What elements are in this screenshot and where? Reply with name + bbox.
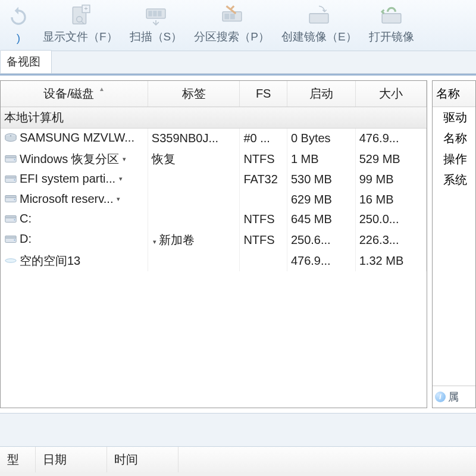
ribbon-btn-open-image[interactable]: 打开镜像	[363, 2, 420, 48]
sort-indicator-icon: ▲	[99, 86, 105, 92]
device-name-text: Microsoft reserv...	[20, 192, 113, 206]
cell-start: 530 MB	[287, 170, 355, 190]
device-name-text: D:	[20, 232, 32, 246]
property-row[interactable]: 名称	[433, 128, 475, 149]
ribbon-label: )	[17, 32, 20, 45]
ribbon-btn-partition-search[interactable]: 分区搜索（P）	[188, 2, 275, 48]
ribbon-btn-show-files[interactable]: + 显示文件（F）	[37, 2, 124, 48]
table-row[interactable]: Windows 恢复分区▾恢复NTFS1 MB529 MB	[1, 149, 427, 170]
cell-size: 250.0...	[355, 209, 426, 230]
cell-fs: #0 ...	[240, 129, 287, 149]
table-header-row: 设备/磁盘 ▲ 标签 FS 启动 大小	[1, 81, 427, 107]
svg-rect-19	[5, 176, 16, 178]
cell-device: D:	[1, 230, 148, 250]
cell-start: 476.9...	[287, 250, 355, 272]
volume-icon	[4, 234, 17, 245]
table-row[interactable]: D:▾新加卷NTFS250.6...226.3...	[1, 230, 427, 250]
svg-point-29	[14, 239, 15, 240]
volume-icon	[4, 174, 17, 184]
tab-label: 备视图	[7, 55, 40, 68]
bottom-col-type[interactable]: 型	[0, 447, 36, 472]
cell-fs: NTFS	[240, 209, 287, 230]
cell-device: Microsoft reserv...▾	[1, 190, 148, 210]
svg-rect-12	[382, 14, 401, 23]
cell-label	[148, 209, 240, 230]
disk-icon	[4, 133, 17, 143]
col-header-device[interactable]: 设备/磁盘 ▲	[1, 81, 148, 107]
ribbon-btn-create-image[interactable]: 创建镜像（E）	[275, 2, 363, 48]
ribbon-btn-scan[interactable]: 扫描（S）	[124, 2, 189, 48]
bottom-col-time[interactable]: 时间	[107, 447, 178, 472]
refresh-icon	[6, 5, 31, 29]
svg-text:+: +	[84, 5, 87, 12]
dropdown-arrow-icon[interactable]: ▾	[153, 238, 156, 245]
svg-point-14	[10, 135, 11, 136]
property-row[interactable]: 驱动	[433, 107, 475, 128]
show-files-icon: +	[68, 4, 93, 27]
device-name-text: C:	[20, 212, 32, 226]
dropdown-arrow-icon[interactable]: ▾	[119, 175, 123, 183]
cell-device: 空的空间13	[1, 250, 148, 272]
svg-rect-6	[153, 11, 156, 17]
cell-fs: NTFS	[240, 149, 287, 170]
properties-header[interactable]: 名称	[433, 81, 475, 107]
label-text: S359NB0J...	[152, 131, 218, 145]
ribbon-label: 显示文件（F）	[43, 29, 118, 45]
cell-fs: FAT32	[240, 170, 287, 190]
cell-size: 99 MB	[355, 170, 426, 190]
ribbon-toolbar: ) + 显示文件（F） 扫描（S） 分区搜索（P） 创建镜像（E） 打开镜像	[0, 0, 476, 51]
cell-fs	[240, 190, 287, 210]
ribbon-label: 扫描（S）	[130, 29, 183, 45]
svg-point-26	[14, 219, 15, 220]
cell-label	[148, 250, 240, 272]
dropdown-arrow-icon[interactable]: ▾	[123, 155, 126, 163]
table-row[interactable]: 空的空间13476.9...1.32 MB	[1, 250, 427, 272]
cell-start: 1 MB	[287, 149, 355, 170]
cell-size: 529 MB	[355, 149, 426, 170]
col-header-start[interactable]: 启动	[287, 81, 355, 107]
svg-point-17	[14, 159, 15, 160]
cell-size: 1.32 MB	[355, 250, 426, 272]
table-row[interactable]: EFI system parti...▾FAT32530 MB99 MB	[1, 170, 427, 190]
table-row[interactable]: SAMSUNG MZVLW...S359NB0J...#0 ...0 Bytes…	[1, 129, 427, 149]
svg-rect-7	[158, 11, 161, 17]
property-row[interactable]: 操作	[433, 149, 475, 170]
svg-point-30	[5, 259, 16, 262]
volume-icon	[4, 214, 17, 224]
cell-label: S359NB0J...	[148, 129, 240, 149]
cell-start: 0 Bytes	[287, 129, 355, 149]
ribbon-label: 分区搜索（P）	[194, 29, 270, 45]
property-row[interactable]: 系统	[433, 170, 475, 190]
main-area: 设备/磁盘 ▲ 标签 FS 启动 大小 本地计算机SAMSUNG MZVLW..…	[0, 74, 476, 413]
cell-label	[148, 190, 240, 210]
svg-rect-9	[224, 14, 229, 20]
cell-start: 645 MB	[287, 209, 355, 230]
col-header-fs[interactable]: FS	[240, 81, 287, 107]
col-header-label[interactable]: 标签	[148, 81, 240, 107]
svg-rect-25	[5, 215, 16, 218]
svg-rect-5	[148, 11, 152, 17]
col-header-size[interactable]: 大小	[355, 81, 426, 107]
svg-point-20	[14, 179, 15, 180]
status-spacer	[0, 413, 476, 446]
ribbon-label: 打开镜像	[369, 29, 414, 45]
empty-space-icon	[4, 255, 17, 266]
properties-footer-label: 属	[448, 390, 459, 404]
cell-device: Windows 恢复分区▾	[1, 149, 148, 170]
svg-rect-28	[5, 236, 16, 238]
properties-pane: 名称 驱动名称操作系统 i 属	[432, 80, 476, 408]
dropdown-arrow-icon[interactable]: ▾	[117, 195, 120, 203]
table-row[interactable]: Microsoft reserv...▾629 MB16 MB	[1, 190, 427, 210]
cell-label	[148, 170, 240, 190]
bottom-col-date[interactable]: 日期	[36, 447, 107, 472]
info-icon: i	[435, 392, 446, 402]
tab-device-view[interactable]: 备视图	[0, 50, 52, 73]
cell-size: 226.3...	[355, 230, 426, 250]
label-text: 新加卷	[159, 233, 195, 246]
disk-table-pane: 设备/磁盘 ▲ 标签 FS 启动 大小 本地计算机SAMSUNG MZVLW..…	[0, 80, 427, 408]
group-row-local-computer[interactable]: 本地计算机	[1, 107, 427, 129]
svg-rect-10	[230, 14, 234, 20]
ribbon-btn-refresh[interactable]: )	[0, 2, 37, 48]
cell-fs: NTFS	[240, 230, 287, 250]
table-row[interactable]: C:NTFS645 MB250.0...	[1, 209, 427, 230]
